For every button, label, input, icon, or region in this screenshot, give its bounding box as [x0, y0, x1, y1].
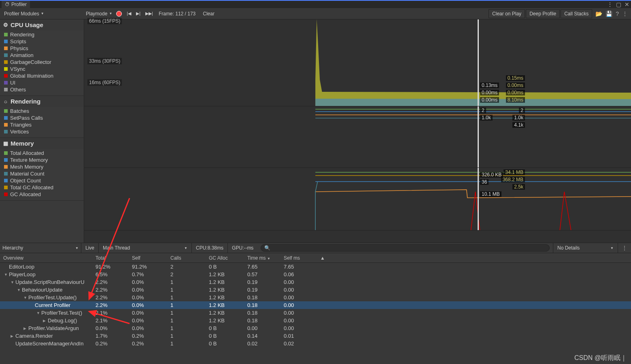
cpu-chart[interactable]: 66ms (15FPS) 33ms (30FPS) 16ms (60FPS) 0… — [84, 19, 631, 106]
col-time[interactable]: Time ms ▼ — [245, 255, 281, 261]
timeline-marker[interactable] — [478, 106, 479, 167]
module-item[interactable]: Animation≡ — [0, 52, 84, 59]
module-item[interactable]: Material Count≡ — [0, 170, 84, 177]
sort-indicator[interactable]: ▲ — [318, 255, 326, 261]
module-item[interactable]: Scripts≡ — [0, 38, 84, 45]
close-icon[interactable]: ✕ — [625, 1, 629, 8]
module-item[interactable]: Object Count≡ — [0, 177, 84, 184]
expand-icon[interactable]: ▶ — [43, 319, 47, 323]
cell-total: 2.2% — [93, 302, 130, 308]
table-row[interactable]: ▶Profiler.ValidateArgun0.0%0.0%10 B0.000… — [0, 324, 631, 332]
table-row[interactable]: ▼PlayerLoop6.5%0.7%21.2 KB0.570.06 — [0, 271, 631, 278]
module-item[interactable]: Global Illumination≡ — [0, 72, 84, 79]
row-name: Profiler.ValidateArgun — [28, 325, 79, 331]
prev-frame-button[interactable]: ▶| — [134, 10, 143, 17]
module-item[interactable]: Physics≡ — [0, 45, 84, 52]
col-selfms[interactable]: Self ms — [281, 255, 318, 261]
cell-gc: 1.2 KB — [206, 302, 245, 308]
module-item[interactable]: Triangles≡ — [0, 121, 84, 128]
module-item[interactable]: Vertices≡ — [0, 128, 84, 135]
table-row[interactable]: ▶Debug.Log()2.1%0.0%11.2 KB0.180.00 — [0, 317, 631, 324]
rendering-chart[interactable]: 2 2 1.0k 1.0k 4.1k — [84, 106, 631, 168]
maximize-icon[interactable]: ▢ — [616, 1, 621, 8]
expand-icon[interactable]: ▼ — [11, 280, 15, 284]
row-name: ProfilerTest.Test() — [41, 310, 82, 316]
table-row[interactable]: UpdateScreenManagerAndIn0.2%0.2%10 B0.02… — [0, 340, 631, 347]
row-name: ProfilerTest.Update() — [28, 294, 76, 301]
module-item[interactable]: UI≡ — [0, 79, 84, 86]
cpu-time-label: CPU:8.38ms — [191, 243, 227, 253]
cell-calls: 1 — [168, 302, 206, 308]
module-item-label: Mesh Memory — [10, 164, 43, 170]
col-self[interactable]: Self — [130, 255, 168, 261]
live-toggle[interactable]: Live — [81, 243, 98, 253]
expand-icon[interactable]: ▶ — [11, 334, 15, 338]
color-swatch — [4, 186, 8, 189]
next-frame-button[interactable]: ▶▶| — [143, 10, 155, 17]
record-button[interactable] — [116, 11, 122, 17]
module-item[interactable]: SetPass Calls≡ — [0, 114, 84, 121]
expand-icon[interactable]: ▶ — [23, 326, 28, 330]
playmode-dropdown[interactable]: Playmode ▼ — [84, 10, 114, 17]
load-icon[interactable]: 📂 — [595, 11, 602, 17]
expand-icon[interactable]: ▼ — [4, 273, 8, 277]
table-row[interactable]: ▼BehaviourUpdate2.2%0.0%11.2 KB0.190.00 — [0, 286, 631, 294]
color-swatch — [4, 88, 8, 91]
menu-icon[interactable]: ⋮ — [622, 11, 628, 17]
memory-chart[interactable]: 34.1 MB 368.2 MB 2.5k 326.0 KB 36 10.1 M… — [84, 168, 631, 231]
memory-module[interactable]: ▦Memory Total Allocated≡Texture Memory≡M… — [0, 138, 84, 201]
search-icon: 🔍 — [264, 245, 270, 251]
profiler-tab[interactable]: ⏱ Profiler — [2, 1, 30, 8]
module-item[interactable]: Total Allocated≡ — [0, 150, 84, 157]
module-item[interactable]: Others≡ — [0, 86, 84, 93]
thread-dropdown[interactable]: Main Thread▼ — [98, 243, 191, 253]
table-row[interactable]: ▼Update.ScriptRunBehaviourU2.2%0.0%11.2 … — [0, 278, 631, 286]
kebab-icon[interactable]: ⋮ — [618, 243, 631, 253]
module-item[interactable]: Mesh Memory≡ — [0, 163, 84, 170]
timeline-marker[interactable] — [478, 168, 479, 230]
module-item-label: Batches — [10, 108, 29, 114]
table-row[interactable]: ▼ProfilerTest.Test()2.1%0.0%11.2 KB0.180… — [0, 309, 631, 317]
save-icon[interactable]: 💾 — [606, 11, 612, 17]
col-gc[interactable]: GC Alloc — [206, 255, 245, 261]
call-stacks-button[interactable]: Call Stacks — [561, 9, 592, 18]
cell-gc: 0 B — [206, 341, 245, 347]
cell-time: 0.18 — [245, 294, 281, 301]
module-item[interactable]: Batches≡ — [0, 108, 84, 114]
rendering-module[interactable]: ☼Rendering Batches≡SetPass Calls≡Triangl… — [0, 96, 84, 138]
deep-profile-button[interactable]: Deep Profile — [526, 9, 560, 18]
chart-area[interactable]: 66ms (15FPS) 33ms (30FPS) 16ms (60FPS) 0… — [84, 19, 631, 243]
table-row[interactable]: EditorLoop91.2%91.2%20 B7.657.65 — [0, 263, 631, 271]
module-item[interactable]: Total GC Allocated≡ — [0, 184, 84, 191]
col-total[interactable]: Total — [93, 255, 130, 261]
timeline-marker[interactable] — [478, 19, 479, 106]
cpu-module[interactable]: ⚙CPU Usage Rendering≡Scripts≡Physics≡Ani… — [0, 19, 84, 96]
clear-button[interactable]: Clear — [200, 10, 218, 18]
table-row[interactable]: ▼ProfilerTest.Update()2.2%0.0%11.2 KB0.1… — [0, 294, 631, 301]
module-item[interactable]: Texture Memory≡ — [0, 157, 84, 163]
first-frame-button[interactable]: |◀ — [124, 10, 134, 17]
profiler-modules-dropdown[interactable]: Profiler Modules ▼ — [2, 10, 46, 17]
module-item-label: Vertices — [10, 129, 29, 135]
expand-icon[interactable]: ▼ — [23, 296, 28, 300]
cell-total: 0.2% — [93, 341, 130, 347]
table-row[interactable]: ▶Camera.Render1.7%0.2%10 B0.140.01 — [0, 332, 631, 340]
help-icon[interactable]: ? — [616, 11, 619, 17]
col-calls[interactable]: Calls — [168, 255, 206, 261]
module-item[interactable]: VSync≡ — [0, 66, 84, 72]
module-item[interactable]: GarbageCollector≡ — [0, 59, 84, 66]
hierarchy-dropdown[interactable]: Hierarchy▼ — [0, 245, 81, 251]
search-input[interactable]: 🔍 — [261, 244, 550, 252]
kebab-icon[interactable]: ⋮ — [607, 1, 613, 8]
expand-icon[interactable]: ▼ — [36, 311, 40, 315]
table-row[interactable]: ▶PreUpdate.SendMouseEvent0.2%0.0%10 B0.0… — [0, 347, 631, 348]
chip-icon: ▦ — [3, 140, 8, 146]
clear-on-play-button[interactable]: Clear on Play — [489, 9, 525, 18]
module-item[interactable]: Rendering≡ — [0, 31, 84, 38]
module-item[interactable]: GC Allocated≡ — [0, 191, 84, 198]
expand-icon[interactable]: ▼ — [17, 288, 21, 292]
col-overview[interactable]: Overview — [0, 255, 93, 261]
table-row[interactable]: Current Profiler2.2%0.0%11.2 KB0.180.00 — [0, 301, 631, 309]
chevron-down-icon: ▼ — [75, 246, 79, 250]
details-dropdown[interactable]: No Details▼ — [553, 243, 618, 253]
